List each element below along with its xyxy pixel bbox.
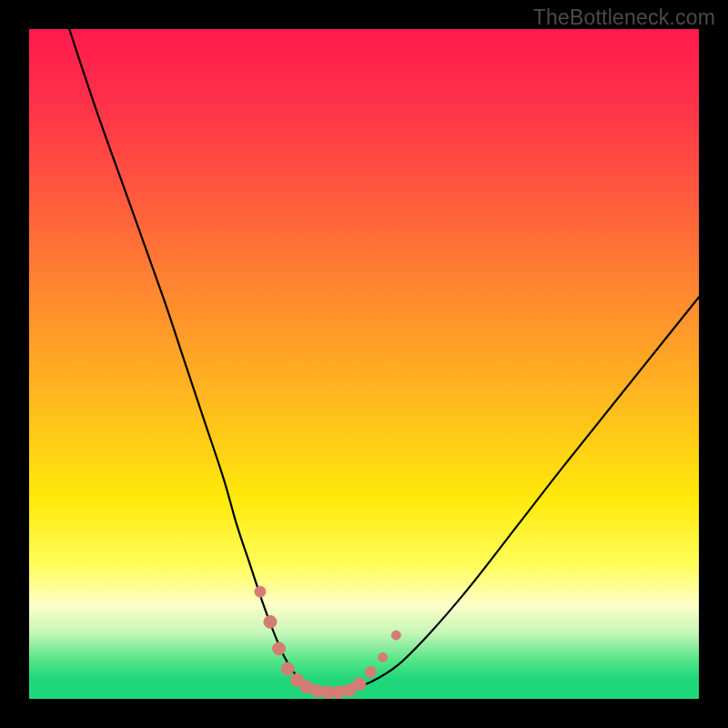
- curve-marker: [273, 642, 286, 655]
- bottleneck-curve-svg: [29, 29, 699, 699]
- curve-marker: [379, 652, 388, 662]
- curve-marker: [281, 662, 294, 675]
- curve-marker: [264, 615, 277, 628]
- curve-marker: [353, 678, 366, 691]
- chart-plot-area: [29, 29, 699, 699]
- curve-marker-group: [255, 586, 400, 698]
- bottleneck-curve-path: [69, 29, 699, 693]
- watermark-text: TheBottleneck.com: [533, 5, 715, 30]
- curve-marker: [391, 631, 400, 640]
- curve-marker: [255, 586, 266, 597]
- chart-frame: TheBottleneck.com: [0, 0, 728, 728]
- curve-marker: [365, 667, 376, 678]
